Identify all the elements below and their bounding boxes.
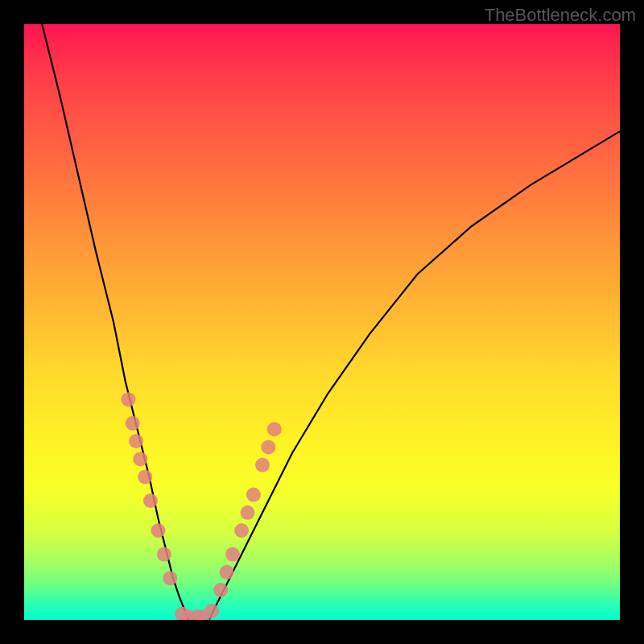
curve-group: [42, 24, 620, 620]
data-marker: [241, 506, 255, 520]
watermark-text: TheBottleneck.com: [485, 5, 636, 26]
data-marker: [163, 571, 177, 585]
data-marker: [220, 565, 234, 580]
data-marker: [126, 416, 140, 431]
curve-left-curve: [42, 24, 188, 620]
data-marker: [261, 440, 275, 454]
data-marker: [255, 458, 270, 473]
data-marker: [138, 469, 152, 484]
data-marker: [204, 604, 219, 618]
data-marker: [213, 583, 228, 597]
data-marker: [129, 434, 143, 448]
data-marker: [122, 392, 136, 407]
data-marker: [225, 547, 240, 562]
data-marker: [267, 422, 282, 436]
data-marker: [234, 523, 249, 538]
chart-svg: [24, 24, 620, 620]
data-marker: [151, 523, 166, 538]
data-marker: [133, 452, 147, 466]
curve-right-curve: [208, 131, 620, 620]
data-marker: [157, 547, 171, 562]
chart-plot-area: [24, 24, 620, 620]
data-marker: [143, 493, 158, 508]
marker-group: [122, 392, 282, 620]
data-marker: [246, 488, 261, 502]
